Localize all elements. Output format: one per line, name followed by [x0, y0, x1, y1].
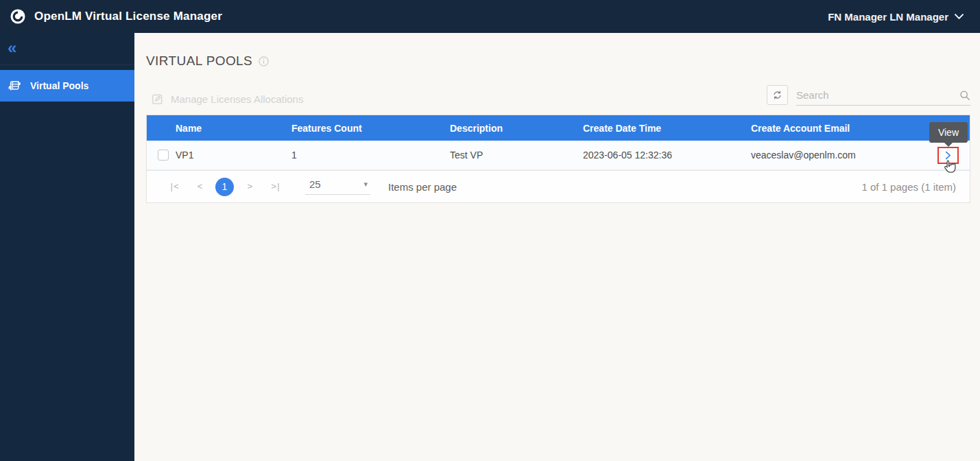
chevron-right-icon — [945, 151, 951, 160]
refresh-button[interactable] — [767, 85, 788, 105]
sidebar-item-label: Virtual Pools — [30, 80, 88, 91]
items-per-page-label: Items per page — [388, 181, 457, 193]
search-field — [796, 89, 970, 106]
items-per-page-value: 25 — [309, 178, 321, 190]
user-menu-label: FN Manager LN Manager — [828, 11, 948, 23]
table-row: VP1 1 Test VP 2023-06-05 12:32:36 veaces… — [147, 141, 970, 170]
manage-licenses-allocations-button[interactable]: Manage Licenses Allocations — [151, 93, 303, 106]
page-title: VIRTUAL POOLS — [146, 54, 252, 69]
main-content: VIRTUAL POOLS Manage Licenses Allocation… — [134, 33, 980, 461]
sidebar-item-virtual-pools[interactable]: Virtual Pools — [0, 70, 134, 102]
first-page-button[interactable]: |< — [163, 176, 184, 197]
top-navbar: OpenLM Virtual License Manager FN Manage… — [0, 0, 980, 33]
info-icon[interactable] — [259, 56, 269, 67]
previous-page-button[interactable]: < — [189, 176, 210, 197]
cell-create-account-email: veaceslav@openlm.com — [751, 150, 937, 161]
column-header-create-date-time[interactable]: Create Date Time — [583, 123, 751, 134]
search-input[interactable] — [796, 89, 959, 101]
view-row-button[interactable] — [937, 147, 959, 164]
user-menu[interactable]: FN Manager LN Manager — [828, 11, 964, 23]
clipboard-edit-icon — [151, 93, 164, 106]
search-icon[interactable] — [959, 90, 970, 101]
pagination-summary: 1 of 1 pages (1 item) — [861, 181, 956, 193]
select-caret-icon: ▾ — [363, 180, 368, 189]
openlm-logo-icon — [10, 8, 26, 25]
column-header-name[interactable]: Name — [176, 123, 291, 134]
column-header-create-account-email[interactable]: Create Account Email — [751, 123, 937, 134]
row-checkbox[interactable] — [158, 150, 169, 161]
sidebar-collapse-button[interactable]: « — [0, 33, 134, 65]
current-page-button[interactable]: 1 — [215, 178, 234, 196]
refresh-icon — [772, 89, 783, 101]
manage-licenses-allocations-label: Manage Licenses Allocations — [171, 93, 303, 105]
last-page-button[interactable]: >| — [265, 176, 286, 197]
column-header-features-count[interactable]: Features Count — [291, 123, 450, 134]
sidebar: « Virtual Pools — [0, 33, 134, 461]
view-tooltip: View — [929, 122, 968, 143]
pagination-bar: |< < 1 > >| 25 ▾ Items per page 1 of 1 p… — [147, 170, 970, 202]
app-title: OpenLM Virtual License Manager — [34, 10, 222, 23]
cell-features-count: 1 — [291, 150, 450, 161]
collapse-left-icon: « — [8, 40, 16, 56]
cell-create-date-time: 2023-06-05 12:32:36 — [583, 150, 751, 161]
next-page-button[interactable]: > — [239, 176, 260, 197]
chevron-down-icon — [955, 14, 964, 19]
cell-description: Test VP — [450, 150, 583, 161]
virtual-pools-table: Name Features Count Description Create D… — [146, 115, 970, 203]
table-header-row: Name Features Count Description Create D… — [147, 115, 970, 141]
column-header-description[interactable]: Description — [450, 123, 583, 134]
cell-name: VP1 — [176, 150, 291, 161]
items-per-page-select[interactable]: 25 ▾ — [305, 178, 370, 195]
virtual-pools-icon — [6, 78, 23, 94]
